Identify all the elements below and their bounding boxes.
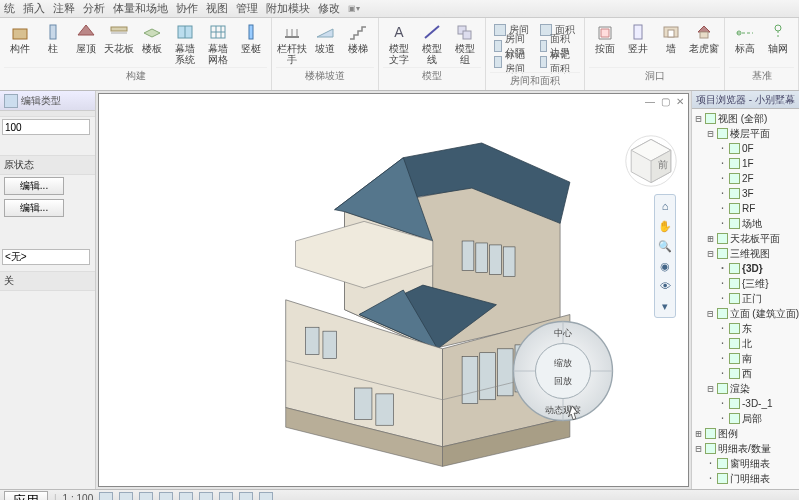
nav-expand-icon[interactable]: ▾: [656, 297, 674, 315]
model-text-button[interactable]: A模型文字: [383, 20, 415, 66]
tree-twisty-icon[interactable]: ·: [718, 398, 727, 409]
tree-twisty-icon[interactable]: ⊟: [706, 248, 715, 259]
tag-area-button[interactable]: 标记 面积: [540, 54, 577, 69]
restore-icon[interactable]: ▢: [661, 96, 670, 107]
menu-item[interactable]: 管理: [236, 1, 258, 16]
scale-label[interactable]: 1 : 100: [63, 493, 94, 500]
edit-button-1[interactable]: 编辑...: [4, 177, 64, 195]
ramp-button[interactable]: 坡道: [309, 20, 341, 66]
view-cube[interactable]: 前: [624, 134, 678, 188]
nav-orbit-icon[interactable]: ◉: [656, 257, 674, 275]
tree-twisty-icon[interactable]: ·: [718, 368, 727, 379]
tree-legends[interactable]: ⊞图例: [694, 426, 799, 441]
wall-opening-button[interactable]: 墙: [655, 20, 687, 66]
tree-twisty-icon[interactable]: ⊞: [694, 428, 703, 439]
roof-button[interactable]: 屋顶: [70, 20, 102, 66]
tree-elevation[interactable]: ·南: [694, 351, 799, 366]
status-icon-5[interactable]: [179, 492, 193, 501]
grid-button[interactable]: 轴网: [762, 20, 794, 66]
nav-zoom-icon[interactable]: 🔍: [656, 237, 674, 255]
ceiling-button[interactable]: 天花板: [103, 20, 135, 66]
menu-item[interactable]: 分析: [83, 1, 105, 16]
vertical-button[interactable]: 老虎窗: [688, 20, 720, 66]
tree-floor-plans[interactable]: ⊟楼层平面: [694, 126, 799, 141]
level-button[interactable]: 标高: [729, 20, 761, 66]
tree-root-views[interactable]: ⊟视图 (全部): [694, 111, 799, 126]
tree-level[interactable]: ·RF: [694, 201, 799, 216]
tree-level[interactable]: ·3F: [694, 186, 799, 201]
tree-twisty-icon[interactable]: ·: [718, 293, 727, 304]
wheel-center-label[interactable]: 中心: [554, 328, 572, 338]
tree-twisty-icon[interactable]: ·: [718, 173, 727, 184]
tree-elevations[interactable]: ⊟立面 (建筑立面): [694, 306, 799, 321]
tree-level[interactable]: ·场地: [694, 216, 799, 231]
menu-item[interactable]: 插入: [23, 1, 45, 16]
tree-level[interactable]: ·2F: [694, 171, 799, 186]
component-button[interactable]: 构件: [4, 20, 36, 66]
menu-item[interactable]: 注释: [53, 1, 75, 16]
status-icon-2[interactable]: [119, 492, 133, 501]
tree-schedule[interactable]: ·窗明细表: [694, 456, 799, 471]
tree-schedule[interactable]: ·门明细表: [694, 471, 799, 486]
steering-wheel[interactable]: 中心 缩放 回放 动态观察: [508, 316, 618, 426]
edit-button-2[interactable]: 编辑...: [4, 199, 64, 217]
minimize-icon[interactable]: —: [645, 96, 655, 107]
tree-renderings[interactable]: ⊟渲染: [694, 381, 799, 396]
railing-button[interactable]: 栏杆扶手: [276, 20, 308, 66]
by-face-button[interactable]: 按面: [589, 20, 621, 66]
tree-ceiling-plans[interactable]: ⊞天花板平面: [694, 231, 799, 246]
tree-elevation[interactable]: ·北: [694, 336, 799, 351]
tree-twisty-icon[interactable]: ·: [718, 278, 727, 289]
tree-3d-views[interactable]: ⊟三维视图: [694, 246, 799, 261]
tree-twisty-icon[interactable]: ⊟: [694, 443, 703, 454]
tree-3d-view[interactable]: ·正门: [694, 291, 799, 306]
none-select[interactable]: [2, 249, 90, 265]
tree-twisty-icon[interactable]: ⊟: [694, 113, 703, 124]
status-icon-8[interactable]: [239, 492, 253, 501]
status-icon-3[interactable]: [139, 492, 153, 501]
curtain-grid-button[interactable]: 幕墙网格: [202, 20, 234, 66]
menu-item[interactable]: 附加模块: [266, 1, 310, 16]
tree-twisty-icon[interactable]: ·: [706, 473, 715, 484]
tree-elevation[interactable]: ·东: [694, 321, 799, 336]
close-icon[interactable]: ✕: [676, 96, 684, 107]
status-icon-4[interactable]: [159, 492, 173, 501]
tree-twisty-icon[interactable]: ·: [706, 458, 715, 469]
tree-twisty-icon[interactable]: ·: [718, 353, 727, 364]
model-line-button[interactable]: 模型线: [416, 20, 448, 66]
tree-3d-view[interactable]: ·{3D}: [694, 261, 799, 276]
mullion-button[interactable]: 竖梃: [235, 20, 267, 66]
status-icon-1[interactable]: [99, 492, 113, 501]
menu-item[interactable]: 统: [4, 1, 15, 16]
floor-button[interactable]: 楼板: [136, 20, 168, 66]
menu-item[interactable]: 视图: [206, 1, 228, 16]
tree-twisty-icon[interactable]: ·: [718, 143, 727, 154]
menu-item[interactable]: 体量和场地: [113, 1, 168, 16]
tree-twisty-icon[interactable]: ⊟: [706, 308, 715, 319]
tree-level[interactable]: ·1F: [694, 156, 799, 171]
tree-twisty-icon[interactable]: ·: [718, 323, 727, 334]
curtain-system-button[interactable]: 幕墙系统: [169, 20, 201, 66]
apply-button[interactable]: 应用: [4, 491, 48, 501]
tree-rendering[interactable]: ·-3D-_1: [694, 396, 799, 411]
status-icon-7[interactable]: [219, 492, 233, 501]
column-button[interactable]: 柱: [37, 20, 69, 66]
tree-twisty-icon[interactable]: ·: [718, 218, 727, 229]
tree-schedules[interactable]: ⊟明细表/数量: [694, 441, 799, 456]
wheel-zoom-label[interactable]: 缩放: [554, 358, 572, 368]
tree-twisty-icon[interactable]: ·: [718, 263, 727, 274]
status-icon-9[interactable]: [259, 492, 273, 501]
menu-item[interactable]: 协作: [176, 1, 198, 16]
nav-home-icon[interactable]: ⌂: [656, 197, 674, 215]
tree-twisty-icon[interactable]: ·: [718, 413, 727, 424]
wheel-rewind-label[interactable]: 回放: [554, 376, 572, 386]
status-icon-6[interactable]: [199, 492, 213, 501]
close-label[interactable]: 关: [0, 271, 95, 291]
menu-item[interactable]: 修改: [318, 1, 340, 16]
tree-elevation[interactable]: ·西: [694, 366, 799, 381]
tree-level[interactable]: ·0F: [694, 141, 799, 156]
viewport-3d[interactable]: — ▢ ✕: [98, 93, 689, 487]
project-browser-tree[interactable]: ⊟视图 (全部)⊟楼层平面·0F·1F·2F·3F·RF·场地⊞天花板平面⊟三维…: [692, 109, 799, 489]
shaft-button[interactable]: 竖井: [622, 20, 654, 66]
tree-twisty-icon[interactable]: ·: [718, 203, 727, 214]
